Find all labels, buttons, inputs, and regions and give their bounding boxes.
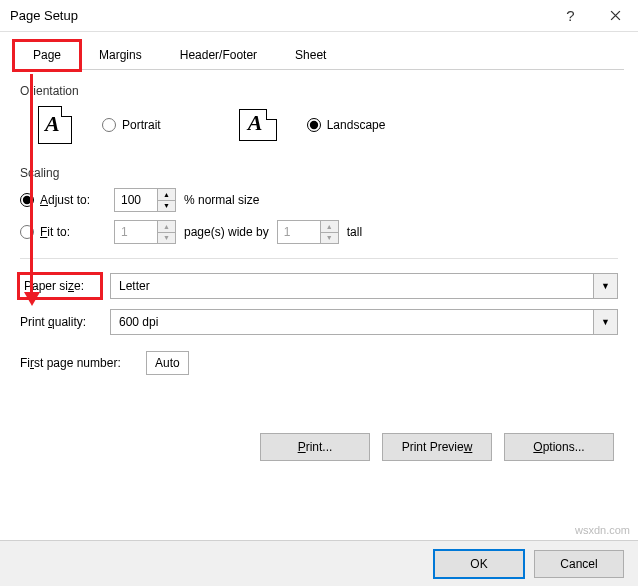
fit-tall-spinner[interactable]: ▲▼ bbox=[277, 220, 339, 244]
spin-down-icon[interactable]: ▼ bbox=[158, 201, 175, 212]
adjust-to-label: Adjust to: bbox=[40, 193, 90, 207]
close-icon bbox=[610, 10, 621, 21]
print-quality-combo[interactable]: ▼ bbox=[110, 309, 618, 335]
options-button[interactable]: Options... bbox=[504, 433, 614, 461]
close-button[interactable] bbox=[593, 0, 638, 32]
paper-size-value[interactable] bbox=[111, 274, 593, 298]
print-preview-button[interactable]: Print Preview bbox=[382, 433, 492, 461]
orientation-label: Orientation bbox=[20, 84, 618, 98]
ok-button[interactable]: OK bbox=[434, 550, 524, 578]
tab-header-footer[interactable]: Header/Footer bbox=[161, 41, 276, 70]
chevron-down-icon[interactable]: ▼ bbox=[593, 274, 617, 298]
portrait-page-icon: A bbox=[38, 106, 72, 144]
adjust-spinner[interactable]: ▲▼ bbox=[114, 188, 176, 212]
landscape-radio[interactable]: Landscape bbox=[307, 118, 386, 132]
first-page-label: First page number: bbox=[20, 356, 146, 370]
title-bar: Page Setup ? bbox=[0, 0, 638, 32]
print-quality-row: Print quality: ▼ bbox=[20, 309, 618, 335]
adjust-unit: % normal size bbox=[184, 193, 259, 207]
adjust-to-radio[interactable]: Adjust to: bbox=[20, 193, 106, 207]
scaling-label: Scaling bbox=[20, 166, 618, 180]
cancel-button[interactable]: Cancel bbox=[534, 550, 624, 578]
fit-wide-value[interactable] bbox=[115, 221, 157, 243]
window-title: Page Setup bbox=[10, 8, 78, 23]
portrait-radio-label: Portrait bbox=[122, 118, 161, 132]
spin-down-icon[interactable]: ▼ bbox=[158, 233, 175, 244]
paper-size-row: Paper size: ▼ bbox=[20, 273, 618, 299]
first-page-row: First page number: Auto bbox=[20, 351, 618, 375]
watermark: wsxdn.com bbox=[575, 524, 630, 536]
spin-up-icon[interactable]: ▲ bbox=[158, 189, 175, 201]
tab-margins[interactable]: Margins bbox=[80, 41, 161, 70]
paper-size-combo[interactable]: ▼ bbox=[110, 273, 618, 299]
fit-to-radio[interactable]: Fit to: bbox=[20, 225, 106, 239]
print-quality-label: Print quality: bbox=[20, 315, 110, 329]
spin-up-icon[interactable]: ▲ bbox=[321, 221, 338, 233]
help-button[interactable]: ? bbox=[548, 0, 593, 32]
tab-sheet[interactable]: Sheet bbox=[276, 41, 345, 70]
landscape-radio-label: Landscape bbox=[327, 118, 386, 132]
fit-tall-value[interactable] bbox=[278, 221, 320, 243]
print-quality-value[interactable] bbox=[111, 310, 593, 334]
spin-up-icon[interactable]: ▲ bbox=[158, 221, 175, 233]
fit-wide-label: page(s) wide by bbox=[184, 225, 269, 239]
fit-to-label: Fit to: bbox=[40, 225, 70, 239]
print-button[interactable]: Print... bbox=[260, 433, 370, 461]
spin-down-icon[interactable]: ▼ bbox=[321, 233, 338, 244]
first-page-input[interactable]: Auto bbox=[146, 351, 189, 375]
tab-strip: Page Margins Header/Footer Sheet bbox=[14, 40, 624, 70]
tab-page[interactable]: Page bbox=[14, 41, 80, 70]
dialog-footer: OK Cancel bbox=[0, 540, 638, 586]
portrait-radio[interactable]: Portrait bbox=[102, 118, 161, 132]
paper-size-label: Paper size: bbox=[20, 275, 100, 297]
adjust-value[interactable] bbox=[115, 189, 157, 211]
fit-wide-spinner[interactable]: ▲▼ bbox=[114, 220, 176, 244]
landscape-page-icon: A bbox=[239, 109, 277, 141]
fit-tall-label: tall bbox=[347, 225, 362, 239]
chevron-down-icon[interactable]: ▼ bbox=[593, 310, 617, 334]
